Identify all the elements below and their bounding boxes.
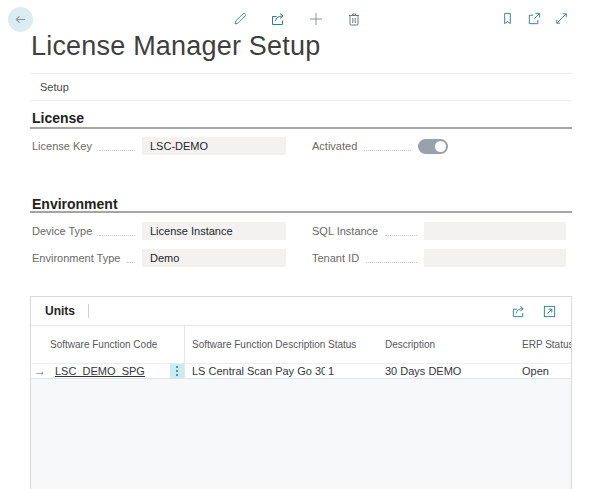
- row-options-icon[interactable]: [170, 364, 184, 378]
- units-open-icon[interactable]: [542, 304, 557, 319]
- activated-field: Activated: [312, 137, 566, 155]
- tenant-id-input[interactable]: [424, 249, 566, 267]
- units-empty-area: [31, 379, 571, 489]
- units-card: Units Software Function Code Software Fu…: [30, 296, 572, 489]
- table-row: → LSC_DEMO_SPG LS Central Scan Pay Go 30…: [31, 363, 571, 379]
- license-section-rule: [30, 127, 572, 129]
- col-header-software-function-description[interactable]: Software Function Description: [185, 339, 325, 350]
- units-header-divider: [88, 304, 89, 318]
- dotted-leader: [99, 150, 135, 151]
- back-arrow-icon: [13, 12, 28, 27]
- device-type-label: Device Type: [32, 225, 92, 237]
- environment-section-heading: Environment: [32, 196, 118, 212]
- page-actions: [231, 10, 362, 27]
- environment-type-field: Environment Type Demo: [32, 249, 286, 267]
- edit-icon[interactable]: [231, 10, 248, 27]
- tenant-id-field: Tenant ID: [312, 249, 566, 267]
- sql-instance-field: SQL Instance: [312, 222, 566, 240]
- sql-instance-input[interactable]: [424, 222, 566, 240]
- software-function-code-link[interactable]: LSC_DEMO_SPG: [55, 365, 145, 377]
- license-key-label: License Key: [32, 140, 92, 152]
- device-type-input[interactable]: License Instance: [142, 222, 286, 240]
- device-type-field: Device Type License Instance: [32, 222, 286, 240]
- new-icon[interactable]: [307, 10, 324, 27]
- bookmark-icon[interactable]: [499, 10, 516, 27]
- units-column-headers: Software Function Code Software Function…: [31, 326, 571, 363]
- environment-fields-row1: Device Type License Instance SQL Instanc…: [32, 222, 566, 240]
- cell-description: 30 Days DEMO: [380, 365, 520, 377]
- activated-label: Activated: [312, 140, 357, 152]
- license-fields: License Key LSC-DEMO Activated: [32, 137, 566, 155]
- back-button[interactable]: [8, 7, 33, 32]
- environment-fields-row2: Environment Type Demo Tenant ID: [32, 249, 566, 267]
- dotted-leader: [99, 235, 135, 236]
- delete-icon[interactable]: [345, 10, 362, 27]
- expand-icon[interactable]: [553, 10, 570, 27]
- dotted-leader: [385, 235, 417, 236]
- dotted-leader: [364, 150, 411, 151]
- license-key-input[interactable]: LSC-DEMO: [142, 137, 286, 155]
- tenant-id-label: Tenant ID: [312, 252, 359, 264]
- col-header-description[interactable]: Description: [380, 339, 520, 350]
- environment-section-rule: [30, 211, 572, 213]
- col-header-status[interactable]: Status: [325, 339, 380, 350]
- toggle-knob: [435, 141, 446, 152]
- menubar-item-setup[interactable]: Setup: [30, 81, 79, 93]
- share-icon[interactable]: [269, 10, 286, 27]
- row-selector-arrow: →: [34, 365, 46, 377]
- units-header: Units: [31, 297, 571, 326]
- col-header-software-function-code[interactable]: Software Function Code: [31, 326, 185, 363]
- cell-status: 1: [325, 365, 380, 377]
- activated-toggle[interactable]: [418, 139, 448, 154]
- sql-instance-label: SQL Instance: [312, 225, 378, 237]
- dotted-leader: [127, 262, 135, 263]
- open-in-window-icon[interactable]: [526, 10, 543, 27]
- page-title: License Manager Setup: [31, 31, 320, 62]
- environment-type-label: Environment Type: [32, 252, 120, 264]
- license-key-field: License Key LSC-DEMO: [32, 137, 286, 155]
- environment-type-input[interactable]: Demo: [142, 249, 286, 267]
- units-share-icon[interactable]: [511, 304, 526, 319]
- dotted-leader: [366, 262, 417, 263]
- cell-function-description: LS Central Scan Pay Go 30 days...: [185, 365, 325, 377]
- col-header-erp-status[interactable]: ERP Status: [520, 339, 571, 350]
- cell-erp-status: Open: [520, 365, 571, 377]
- license-section-heading: License: [32, 110, 84, 126]
- window-actions: [499, 10, 570, 27]
- menubar: Setup: [30, 73, 572, 101]
- units-tab[interactable]: Units: [45, 304, 75, 318]
